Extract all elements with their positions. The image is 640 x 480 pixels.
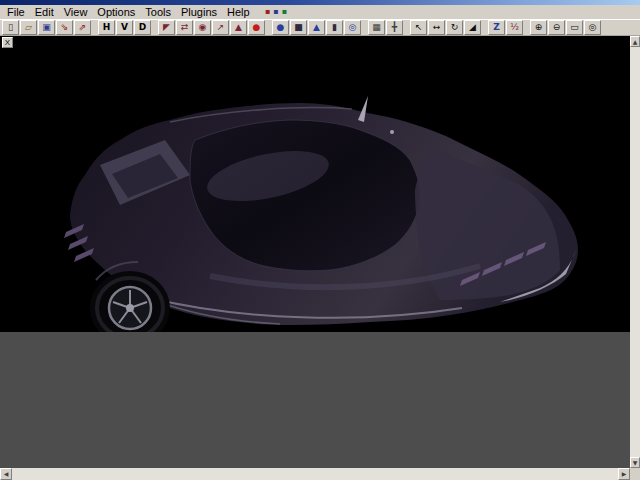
cone-primitive-button[interactable]: ▲	[308, 20, 325, 35]
mirror-button[interactable]: ⇄	[176, 20, 193, 35]
import-button[interactable]: ⇘	[56, 20, 73, 35]
left-arrow-icon: ◀	[4, 471, 9, 477]
zoom-in-button[interactable]: ⊕	[530, 20, 547, 35]
3d-view-button[interactable]: D	[134, 20, 151, 35]
box-primitive-button[interactable]: ■	[290, 20, 307, 35]
chip-icon: ▪	[273, 7, 278, 16]
scale-corner-icon: ◢	[469, 23, 476, 32]
right-scroll-column: ▲ ▼	[630, 36, 640, 480]
menu-item-label: Options	[97, 6, 135, 18]
menu-help[interactable]: Help	[222, 6, 255, 19]
menu-items: File Edit View Options Tools Plugins H	[2, 6, 255, 19]
select-button[interactable]: ↖	[410, 20, 427, 35]
zoom-plus-icon: ⊕	[535, 23, 543, 32]
menu-blue-chip-icon: ▪	[273, 8, 278, 16]
box-icon: ■	[294, 23, 303, 32]
select-arrow-icon: ↖	[415, 23, 423, 32]
material-editor-button[interactable]: ●	[248, 20, 265, 35]
menu-item-label: Edit	[35, 6, 54, 18]
scale-button[interactable]: ◢	[464, 20, 481, 35]
weld-target-icon: ◉	[199, 23, 207, 32]
zoom-out-button[interactable]: ⊖	[548, 20, 565, 35]
vertical-scroll-track[interactable]	[630, 47, 640, 457]
new-file-button[interactable]: ▯	[2, 20, 19, 35]
zoom-extents-button[interactable]: ◎	[584, 20, 601, 35]
horizontal-scroll-track[interactable]	[12, 468, 618, 480]
z-depth-button[interactable]: Z	[488, 20, 505, 35]
save-button[interactable]: ▣	[38, 20, 55, 35]
menu-file[interactable]: File	[2, 6, 30, 19]
menu-item-label: View	[64, 6, 88, 18]
cylinder-icon: ▮	[332, 23, 337, 32]
zoom-box-icon: ▭	[570, 23, 579, 32]
toolbar-separator	[482, 20, 487, 35]
half-detail-button[interactable]: ½	[506, 20, 523, 35]
normals-button[interactable]: ▲	[230, 20, 247, 35]
menu-edit[interactable]: Edit	[30, 6, 59, 19]
cone-icon: ▲	[313, 23, 320, 32]
extrude-arrow-icon: ↗	[217, 23, 225, 32]
toolbar-separator	[362, 20, 367, 35]
axes-toggle-button[interactable]: ╋	[386, 20, 403, 35]
sphere-icon: ●	[277, 23, 285, 32]
flip-corner-icon: ◤	[163, 23, 170, 32]
torus-icon: ◎	[349, 23, 357, 32]
menu-bar: File Edit View Options Tools Plugins H	[0, 5, 640, 19]
rotate-arrow-icon: ↻	[451, 23, 459, 32]
toolbar-separator	[404, 20, 409, 35]
right-arrow-icon: ▶	[622, 471, 627, 477]
menu-item-label: Help	[227, 6, 250, 18]
3d-viewport[interactable]: X	[0, 36, 630, 332]
menu-tools[interactable]: Tools	[140, 6, 176, 19]
viewport-close-button[interactable]: X	[2, 37, 13, 48]
rotate-button[interactable]: ↻	[446, 20, 463, 35]
letter-z-icon: Z	[493, 23, 500, 32]
half-icon: ½	[510, 23, 519, 32]
up-arrow-icon: ▲	[633, 39, 638, 45]
scroll-down-button[interactable]: ▼	[630, 457, 640, 468]
menu-item-label: Plugins	[181, 6, 217, 18]
mirror-arrows-icon: ⇄	[181, 23, 189, 32]
chip-icon: ▪	[265, 7, 270, 16]
floppy-disk-icon: ▣	[42, 23, 51, 32]
new-document-icon: ▯	[8, 23, 13, 32]
letter-v-icon: V	[121, 23, 128, 32]
workspace-background	[0, 332, 630, 468]
export-arrow-icon: ⇗	[79, 23, 87, 32]
letter-d-icon: D	[139, 23, 146, 32]
sphere-primitive-button[interactable]: ●	[272, 20, 289, 35]
vertical-scrollbar[interactable]: ▲ ▼	[630, 36, 640, 468]
toolbar-separator	[152, 20, 157, 35]
toolbar-separator	[92, 20, 97, 35]
export-button[interactable]: ⇗	[74, 20, 91, 35]
letter-h-icon: H	[103, 23, 111, 32]
horizontal-scrollbar[interactable]: ◀ ▶	[0, 468, 630, 480]
car-model-render	[0, 36, 630, 332]
menu-options[interactable]: Options	[92, 6, 140, 19]
red-sphere-icon: ●	[253, 23, 261, 32]
move-arrows-icon: ↔	[433, 23, 441, 32]
chip-icon: ▪	[282, 7, 287, 16]
cylinder-primitive-button[interactable]: ▮	[326, 20, 343, 35]
open-file-button[interactable]: ▱	[20, 20, 37, 35]
move-button[interactable]: ↔	[428, 20, 445, 35]
menu-item-label: Tools	[145, 6, 171, 18]
vertical-view-button[interactable]: V	[116, 20, 133, 35]
menu-plugins[interactable]: Plugins	[176, 6, 222, 19]
toolbar-separator	[524, 20, 529, 35]
grid-toggle-button[interactable]: ▦	[368, 20, 385, 35]
horizontal-view-button[interactable]: H	[98, 20, 115, 35]
menu-red-chip-icon: ▪	[265, 8, 270, 16]
extrude-button[interactable]: ↗	[212, 20, 229, 35]
scroll-up-button[interactable]: ▲	[630, 36, 640, 47]
scroll-right-button[interactable]: ▶	[618, 468, 630, 480]
scroll-left-button[interactable]: ◀	[0, 468, 12, 480]
axes-cross-icon: ╋	[392, 23, 397, 32]
torus-primitive-button[interactable]: ◎	[344, 20, 361, 35]
menu-item-label: File	[7, 6, 25, 18]
down-arrow-icon: ▼	[633, 460, 638, 466]
weld-button[interactable]: ◉	[194, 20, 211, 35]
flip-faces-button[interactable]: ◤	[158, 20, 175, 35]
menu-view[interactable]: View	[59, 6, 93, 19]
zoom-region-button[interactable]: ▭	[566, 20, 583, 35]
